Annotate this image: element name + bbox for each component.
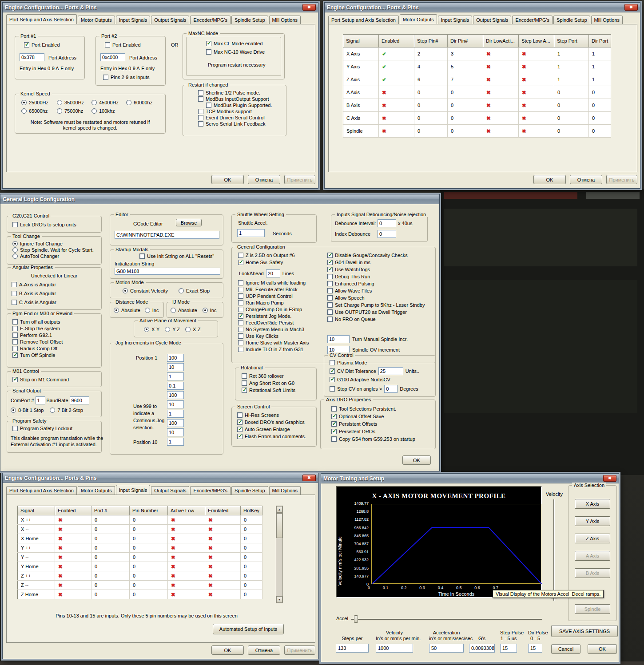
tab[interactable]: Input Signals bbox=[116, 485, 151, 495]
shuttle-accel-field[interactable]: 1 bbox=[237, 229, 265, 237]
cancel-button[interactable]: Отмена bbox=[248, 645, 280, 655]
step-low-toggle-icon[interactable]: ✖ bbox=[519, 73, 554, 86]
enabled-toggle-icon[interactable]: ✖ bbox=[55, 534, 91, 543]
cell-port[interactable]: 0 bbox=[91, 525, 130, 534]
checkbox[interactable] bbox=[12, 352, 18, 358]
emulated-toggle-icon[interactable]: ✖ bbox=[205, 525, 241, 534]
tab[interactable]: Mill Options bbox=[269, 16, 301, 24]
table-scrollbar[interactable]: ▲ ▼ bbox=[276, 506, 283, 603]
checkbox-row[interactable]: No System Menu in Mach3 bbox=[238, 327, 309, 332]
checkbox[interactable] bbox=[12, 326, 18, 331]
checkbox[interactable] bbox=[242, 380, 247, 386]
checkbox-row[interactable]: Use Init String on ALL "Resets" bbox=[139, 253, 214, 259]
radio-row[interactable]: AutoTool Changer bbox=[12, 253, 94, 259]
cell-signal[interactable]: A Axis bbox=[343, 86, 379, 99]
titlebar[interactable]: Engine Configuration... Ports & Pins ✖ bbox=[3, 3, 318, 12]
tab[interactable]: Encoder/MPG's bbox=[190, 486, 231, 495]
checkbox-row[interactable]: Allow Speech bbox=[327, 295, 425, 301]
cell-step-pin[interactable]: 0 bbox=[414, 112, 448, 125]
cell-pin-number[interactable]: 0 bbox=[130, 543, 168, 553]
checkbox-row[interactable]: Radius Comp Off bbox=[12, 346, 63, 351]
port2-address-field[interactable]: 0xc000 bbox=[100, 53, 125, 61]
checkbox-row[interactable]: ModBus PlugIn Supported. bbox=[206, 103, 272, 108]
checkbox[interactable] bbox=[12, 319, 18, 325]
checkbox[interactable] bbox=[139, 253, 145, 259]
checkbox[interactable] bbox=[206, 41, 211, 46]
jog-increment-field[interactable]: 1 bbox=[167, 372, 184, 380]
checkbox-row[interactable]: B-Axis is Angular bbox=[12, 291, 56, 296]
cell-dir-port[interactable]: 1 bbox=[589, 73, 611, 86]
cell-signal[interactable]: X -- bbox=[18, 525, 55, 534]
apply-button[interactable]: Применить bbox=[284, 175, 315, 184]
checkbox[interactable] bbox=[327, 267, 333, 272]
checkbox[interactable] bbox=[238, 340, 243, 345]
lookahead-field[interactable]: 20 bbox=[266, 269, 280, 277]
titlebar[interactable]: Engine Configuration... Ports & Pins ✖ bbox=[325, 3, 640, 12]
cell-step-port[interactable]: 1 bbox=[554, 48, 589, 60]
checkbox[interactable] bbox=[331, 406, 337, 412]
emulated-toggle-icon[interactable]: ✖ bbox=[205, 590, 241, 599]
checkbox-row[interactable]: Disable Gouge/Concavity Checks bbox=[327, 253, 425, 258]
tab[interactable]: Encoder/MPG's bbox=[512, 16, 553, 24]
cell-signal[interactable]: C Axis bbox=[343, 112, 379, 125]
checkbox[interactable] bbox=[327, 295, 333, 301]
checkbox[interactable] bbox=[330, 368, 335, 374]
checkbox[interactable] bbox=[198, 115, 203, 120]
checkbox-row[interactable]: Boxed DRO's and Graphics bbox=[237, 420, 306, 425]
tab[interactable]: Input Signals bbox=[438, 16, 473, 24]
cell-pin-number[interactable]: 0 bbox=[130, 571, 168, 581]
cell-step-pin[interactable]: 0 bbox=[414, 99, 448, 112]
titlebar[interactable]: Motor Tuning and Setup ✖ bbox=[321, 474, 619, 483]
jog-increment-field[interactable]: 100 bbox=[167, 391, 184, 399]
checkbox[interactable] bbox=[237, 427, 242, 432]
checkbox-row[interactable]: Tool Selections Persistent. bbox=[331, 406, 415, 412]
close-icon[interactable]: ✖ bbox=[302, 475, 316, 481]
checkbox[interactable] bbox=[12, 282, 17, 287]
checkbox-row[interactable]: Lock DRO's to setup units bbox=[12, 222, 76, 227]
automated-setup-button[interactable]: Automated Setup of Inputs bbox=[213, 624, 284, 634]
cell-port[interactable]: 0 bbox=[91, 553, 130, 562]
dir-low-toggle-icon[interactable]: ✖ bbox=[483, 73, 519, 86]
checkbox[interactable] bbox=[242, 388, 247, 393]
cell-port[interactable]: 0 bbox=[91, 534, 130, 543]
checkbox[interactable] bbox=[330, 386, 335, 392]
checkbox-row[interactable]: Stop on M1 Command bbox=[12, 377, 69, 382]
cell-dir-pin[interactable]: 0 bbox=[448, 125, 483, 138]
cell-hotkey[interactable]: 0 bbox=[241, 581, 262, 590]
tab[interactable]: Mill Options bbox=[591, 16, 623, 24]
column-header[interactable]: Active Low bbox=[168, 506, 205, 515]
column-header[interactable]: Step Low A... bbox=[519, 35, 554, 48]
radio-row[interactable]: Y-Z bbox=[165, 327, 180, 332]
radio-row[interactable]: Ignore Tool Change bbox=[12, 241, 94, 246]
active-low-toggle-icon[interactable]: ✖ bbox=[168, 590, 205, 599]
cell-step-pin[interactable]: 0 bbox=[414, 86, 448, 99]
emulated-toggle-icon[interactable]: ✖ bbox=[205, 553, 241, 562]
cell-step-pin[interactable]: 6 bbox=[414, 73, 448, 86]
cell-hotkey[interactable]: 0 bbox=[241, 543, 262, 553]
checkbox[interactable] bbox=[238, 300, 243, 305]
checkbox-row[interactable]: Debug This Run bbox=[327, 274, 425, 279]
step-pulse-field[interactable]: 15 bbox=[500, 644, 517, 653]
checkbox-row[interactable]: Enhanced Pulsing bbox=[327, 281, 425, 286]
axis-button[interactable]: X Axis bbox=[575, 499, 610, 509]
cell-signal[interactable]: Y Home bbox=[18, 562, 55, 571]
active-low-toggle-icon[interactable]: ✖ bbox=[168, 515, 205, 525]
column-header[interactable]: Enabled bbox=[379, 35, 414, 48]
radio[interactable] bbox=[203, 308, 208, 313]
cell-hotkey[interactable]: 0 bbox=[241, 553, 262, 562]
cell-dir-pin[interactable]: 7 bbox=[448, 73, 483, 86]
cell-port[interactable]: 0 bbox=[91, 562, 130, 571]
checkbox[interactable] bbox=[331, 436, 337, 442]
column-header[interactable]: Signal bbox=[18, 506, 55, 515]
enabled-toggle-icon[interactable]: ✖ bbox=[55, 590, 91, 599]
checkbox-row[interactable]: Include TLO in Z from G31 bbox=[238, 347, 309, 352]
tab[interactable]: Input Signals bbox=[116, 16, 151, 24]
checkbox[interactable] bbox=[12, 222, 18, 227]
plasma-row[interactable]: Plasma Mode bbox=[330, 360, 367, 365]
column-header[interactable]: HotKey bbox=[241, 506, 262, 515]
radio-row[interactable]: Inc bbox=[203, 308, 217, 313]
checkbox[interactable] bbox=[327, 302, 333, 308]
checkbox[interactable] bbox=[327, 274, 333, 279]
cell-dir-port[interactable]: 0 bbox=[589, 112, 611, 125]
jog-increment-field[interactable]: 10 bbox=[167, 428, 184, 436]
